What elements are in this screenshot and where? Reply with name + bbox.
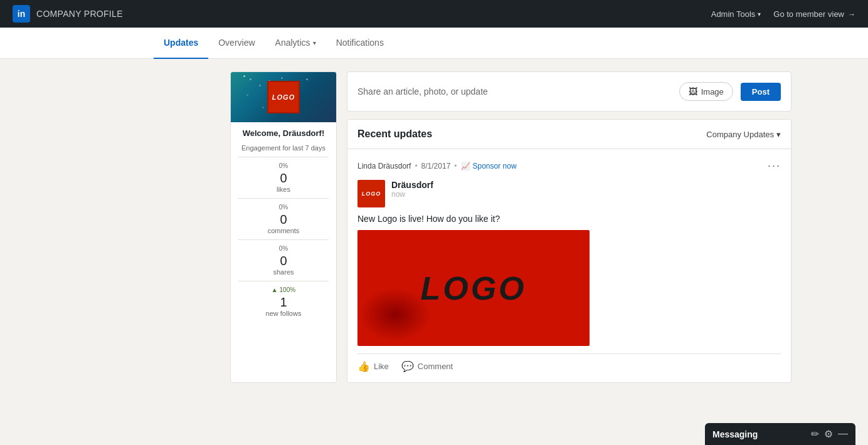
follows-pct: ▲ 100%	[238, 286, 329, 293]
post-card: Linda Dräusdorf • 8/1/2017 • 📈 Sponsor n…	[347, 149, 791, 382]
shares-desc: shares	[238, 268, 329, 276]
company-updates-filter-button[interactable]: Company Updates ▾	[706, 130, 781, 139]
messaging-compose-icon[interactable]: ✏	[811, 428, 819, 440]
shares-number: 0	[238, 253, 329, 268]
post-author-name: Linda Dräusdorf	[357, 162, 411, 170]
comments-number: 0	[238, 212, 329, 227]
post-box-row: Share an article, photo, or update 🖼 Ima…	[357, 82, 781, 101]
like-icon: 👍	[357, 360, 370, 372]
post-button[interactable]: Post	[741, 83, 781, 101]
sponsor-chart-icon: 📈	[461, 162, 470, 170]
sub-navigation: Updates Overview Analytics ▾ Notificatio…	[0, 28, 868, 59]
post-meta-separator1: •	[415, 162, 417, 170]
messaging-widget: Messaging ✏ ⚙ —	[705, 423, 855, 445]
updates-title: Recent updates	[357, 128, 432, 140]
member-view-arrow-icon: →	[847, 9, 855, 19]
updates-header: Recent updates Company Updates ▾	[347, 120, 791, 149]
main-area: Share an article, photo, or update 🖼 Ima…	[347, 71, 791, 383]
likes-desc: likes	[238, 186, 329, 193]
admin-tools-button[interactable]: Admin Tools ▾	[711, 9, 761, 19]
nav-brand-group: in COMPANY PROFILE	[13, 5, 123, 23]
post-meta-right: ···	[768, 159, 781, 172]
comments-desc: comments	[238, 227, 329, 234]
post-author-info: Dräusdorf now	[391, 180, 781, 199]
post-company-name: Dräusdorf	[391, 180, 781, 190]
follows-desc: new follows	[238, 310, 329, 317]
linkedin-logo: in	[13, 5, 30, 23]
post-image-logo-text: LOGO	[420, 270, 526, 307]
comment-icon: 💬	[401, 360, 414, 372]
recent-updates-section: Recent updates Company Updates ▾ Linda D…	[347, 119, 791, 383]
post-company-logo: LOGO	[357, 180, 385, 207]
post-author-row: LOGO Dräusdorf now	[357, 180, 781, 207]
stat-shares: 0% 0 shares	[238, 239, 329, 281]
post-meta-separator2: •	[454, 162, 457, 170]
sidebar-card: LOGO Welcome, Dräusdorf! Engagement for …	[230, 71, 337, 383]
tab-analytics[interactable]: Analytics ▾	[265, 28, 326, 59]
image-icon: 🖼	[689, 86, 697, 97]
member-view-button[interactable]: Go to member view →	[773, 9, 855, 19]
likes-number: 0	[238, 170, 329, 186]
messaging-icon-group: ✏ ⚙ —	[811, 428, 848, 440]
sidebar-company-logo: LOGO	[267, 81, 300, 113]
sidebar-banner: LOGO	[231, 72, 336, 122]
analytics-dropdown-arrow: ▾	[313, 39, 316, 46]
image-button[interactable]: 🖼 Image	[679, 82, 733, 101]
welcome-message: Welcome, Dräusdorf!	[238, 128, 329, 138]
post-logo-text: LOGO	[362, 191, 381, 197]
company-updates-dropdown-arrow: ▾	[776, 130, 781, 139]
post-box: Share an article, photo, or update 🖼 Ima…	[347, 71, 791, 112]
post-time: now	[391, 190, 781, 199]
like-button[interactable]: 👍 Like	[357, 360, 389, 372]
post-date: 8/1/2017	[421, 162, 451, 170]
sponsor-now-link[interactable]: 📈 Sponsor now	[461, 162, 517, 170]
sidebar-body: Welcome, Dräusdorf! Engagement for last …	[231, 122, 336, 328]
shares-pct: 0%	[238, 245, 329, 252]
post-text: New Logo is live! How do you like it?	[357, 214, 781, 224]
follows-arrow-icon: ▲	[272, 286, 278, 293]
sidebar-logo-text: LOGO	[272, 93, 295, 101]
share-placeholder: Share an article, photo, or update	[357, 86, 679, 97]
stat-comments: 0% 0 comments	[238, 198, 329, 239]
post-image: LOGO	[357, 230, 590, 346]
messaging-minimize-icon[interactable]: —	[838, 428, 848, 440]
post-actions: 👍 Like 💬 Comment	[357, 353, 781, 372]
stat-likes: 0% 0 likes	[238, 157, 329, 198]
post-meta: Linda Dräusdorf • 8/1/2017 • 📈 Sponsor n…	[357, 159, 781, 172]
tab-updates[interactable]: Updates	[154, 28, 208, 59]
admin-tools-dropdown-arrow: ▾	[758, 11, 761, 18]
top-navigation: in COMPANY PROFILE Admin Tools ▾ Go to m…	[0, 0, 868, 28]
likes-pct: 0%	[238, 162, 329, 169]
tab-notifications[interactable]: Notifications	[326, 28, 394, 59]
comment-button[interactable]: 💬 Comment	[401, 360, 453, 372]
nav-right-group: Admin Tools ▾ Go to member view →	[711, 9, 855, 19]
main-content: LOGO Welcome, Dräusdorf! Engagement for …	[77, 59, 791, 395]
messaging-label: Messaging	[712, 429, 758, 439]
comments-pct: 0%	[238, 204, 329, 211]
tab-overview[interactable]: Overview	[208, 28, 265, 59]
messaging-settings-icon[interactable]: ⚙	[824, 428, 833, 440]
company-profile-label: COMPANY PROFILE	[36, 9, 123, 19]
stat-follows: ▲ 100% 1 new follows	[238, 281, 329, 322]
post-more-options-button[interactable]: ···	[768, 159, 781, 172]
engagement-label: Engagement for last 7 days	[238, 144, 329, 152]
follows-number: 1	[238, 295, 329, 310]
